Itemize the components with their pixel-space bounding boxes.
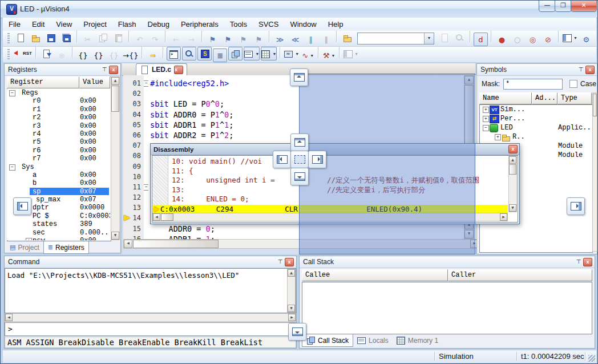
close-icon[interactable]: x [508, 145, 518, 153]
scroll-left-icon[interactable]: ◀ [124, 240, 132, 248]
toolbar-grip[interactable] [7, 33, 10, 45]
serial-window-button[interactable]: ▼ [284, 47, 300, 60]
find-in-files-button[interactable] [340, 31, 354, 45]
paste-button[interactable] [111, 31, 126, 45]
pin-icon[interactable]: ⊤ [576, 66, 585, 74]
tab-call-stack[interactable]: Call Stack [302, 334, 353, 347]
menu-peripherals[interactable]: Peripherals [175, 18, 224, 31]
gutter-line-15[interactable]: 15 [123, 224, 144, 234]
menu-view[interactable]: View [50, 18, 78, 31]
command-panel-header[interactable]: Command ⊤ x [5, 256, 296, 268]
scroll-left-icon[interactable]: ◀ [153, 213, 160, 221]
expander-icon[interactable]: − [483, 125, 489, 131]
run-to-cursor-button[interactable]: →{} [122, 48, 139, 62]
gutter-line-04[interactable]: 04 [123, 110, 144, 120]
column-register[interactable]: Register [7, 76, 79, 88]
dock-cross-up[interactable] [290, 134, 309, 151]
command-output[interactable]: Load "E:\\Projects\\KDB-MCS51\\Examples\… [5, 268, 296, 313]
navigate-forward-button[interactable]: → [184, 33, 199, 46]
callstack-panel-header[interactable]: Call Stack ⊤ x [300, 256, 595, 268]
gutter-line-11[interactable]: 11 [123, 182, 144, 192]
callstack-window-button[interactable] [228, 47, 243, 60]
scroll-thumb[interactable] [111, 86, 119, 112]
dock-cross-center[interactable] [290, 151, 309, 168]
column-type[interactable]: Type [557, 92, 592, 104]
column-caller[interactable]: Caller [448, 269, 592, 281]
uncomment-button[interactable]: ∥ [319, 33, 333, 46]
gutter-line-14[interactable]: 14 [123, 213, 144, 223]
step-over-button[interactable]: {} [91, 48, 106, 62]
close-tab-icon[interactable]: x [174, 66, 183, 74]
tab-registers[interactable]: ≣Registers [43, 241, 89, 254]
scroll-right-icon[interactable]: ▶ [288, 314, 296, 321]
pin-icon[interactable]: ⊤ [100, 66, 109, 74]
menu-svcs[interactable]: SVCS [253, 18, 284, 31]
registers-window-button[interactable]: ≣ [213, 48, 227, 62]
bookmark-toggle-button[interactable]: ⚑ [205, 33, 220, 46]
search-combobox[interactable]: ▼ [357, 33, 434, 45]
watch-window-button[interactable]: ▼ [244, 47, 260, 60]
register-row-states[interactable]: states389 [7, 220, 110, 228]
debug-restore-views-button[interactable]: ▼ [343, 47, 359, 60]
symbol-row-r[interactable]: +R.. [480, 132, 592, 141]
scroll-left-icon[interactable]: ◀ [5, 314, 13, 321]
save-all-button[interactable] [59, 31, 74, 45]
close-icon[interactable]: x [285, 258, 294, 266]
scroll-up-icon[interactable]: ▲ [111, 77, 119, 85]
disable-all-breakpoints-button[interactable]: ◎ [526, 33, 540, 46]
cut-button[interactable]: ✂ [80, 33, 95, 46]
register-row-r4[interactable]: r40x00 [7, 130, 110, 138]
gutter-line-02[interactable]: 02 [123, 88, 144, 99]
dock-cross-down[interactable] [290, 168, 309, 185]
bookmark-clear-all-button[interactable]: ⚑ [252, 33, 266, 46]
close-icon[interactable]: x [109, 66, 118, 74]
gutter-line-13[interactable]: 13 [123, 203, 144, 213]
command-window-button[interactable] [167, 47, 181, 60]
show-next-statement-button[interactable]: ⇒ [146, 48, 160, 62]
toolbar-grip[interactable] [7, 49, 10, 60]
dock-guide-right[interactable] [567, 197, 585, 215]
register-row-r3[interactable]: r30x00 [7, 122, 110, 130]
callstack-body[interactable] [302, 282, 592, 334]
dock-guide-top[interactable] [290, 68, 308, 86]
column-address[interactable]: Ad... [532, 92, 557, 104]
menu-help[interactable]: Help [322, 18, 349, 31]
scroll-down-icon[interactable]: ▼ [509, 204, 516, 212]
run-button[interactable] [39, 47, 54, 60]
tab-memory-1[interactable]: Memory 1 [393, 334, 442, 346]
register-row-a[interactable]: a0x00 [7, 171, 110, 179]
expander-icon[interactable]: + [483, 107, 489, 113]
disassembly-vertical-scrollbar[interactable]: ▲ ▼ [508, 156, 517, 212]
registers-vertical-scrollbar[interactable]: ▲ ▼ [111, 76, 120, 240]
register-row-psw[interactable]: +psw0x00 [7, 237, 110, 240]
resize-grip[interactable] [588, 355, 595, 362]
search-input[interactable] [358, 33, 424, 44]
symbol-row-per[interactable]: +Per... [480, 114, 592, 123]
bookmark-previous-button[interactable]: ⚑ [236, 33, 250, 46]
scroll-down-icon[interactable]: ▼ [288, 305, 295, 312]
unindent-button[interactable]: ≪ [288, 33, 302, 46]
register-row-r7[interactable]: r70x00 [7, 155, 110, 163]
reset-cpu-button[interactable]: RST [13, 47, 33, 60]
scroll-up-icon[interactable]: ▲ [509, 156, 516, 164]
menu-debug[interactable]: Debug [142, 18, 175, 31]
registers-panel-header[interactable]: Registers ⊤ x [5, 64, 120, 76]
expander-icon[interactable]: − [9, 164, 15, 171]
register-row-sec[interactable]: sec0.000... [7, 229, 110, 237]
navigate-back-button[interactable]: ← [169, 33, 183, 46]
gutter-line-10[interactable]: 10 [123, 172, 144, 182]
register-row-r6[interactable]: r60x00 [7, 147, 110, 155]
editor-gutter[interactable]: 01020304050607080910111213141516 [123, 75, 144, 239]
pin-icon[interactable]: ⊤ [276, 258, 285, 266]
dock-guide-bottom[interactable] [288, 323, 306, 341]
maximize-button[interactable]: ❐ [555, 1, 572, 12]
dock-guide-left[interactable] [13, 197, 31, 215]
menu-edit[interactable]: Edit [26, 18, 50, 31]
new-file-button[interactable] [13, 31, 27, 45]
undo-button[interactable]: ↶ [132, 33, 147, 46]
minimize-button[interactable]: — [539, 1, 556, 12]
combobox-dropdown-icon[interactable]: ▼ [424, 33, 434, 44]
expander-icon[interactable]: + [483, 116, 489, 122]
bookmark-next-button[interactable]: ⚑ [221, 33, 235, 46]
symbol-row-sim[interactable]: +Sim... [480, 105, 592, 114]
